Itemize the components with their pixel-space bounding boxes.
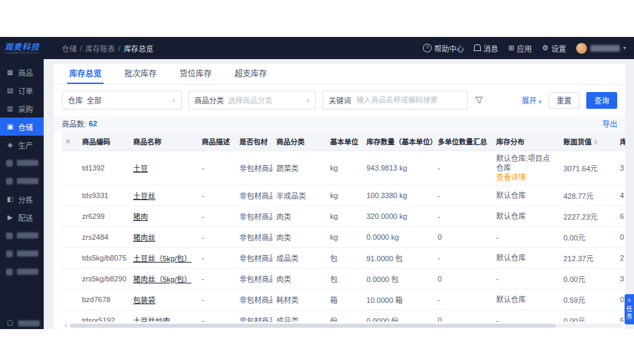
view-details-link[interactable]: 查看详情 <box>496 173 555 182</box>
category-select[interactable]: 商品分类 选择商品分类 ∨ <box>188 91 316 109</box>
avg-cost: 0 <box>616 289 625 310</box>
sidebar-item-production[interactable]: ◈生产 <box>0 136 44 154</box>
stock-distribution: - <box>492 269 559 289</box>
breadcrumb-item[interactable]: 仓储 <box>62 43 77 54</box>
table-row[interactable]: zr6299 猪肉 - 非包材商品 肉类 kg 320.0000 kg - 默认… <box>62 206 625 227</box>
sidebar-item-redacted[interactable] <box>0 226 44 244</box>
base-unit: kg <box>326 151 362 185</box>
product-name-link[interactable]: 猪肉丝 <box>133 234 155 242</box>
sidebar-item-redacted[interactable] <box>0 172 44 190</box>
col-book-value[interactable]: 账面货值 <box>559 132 616 151</box>
keyword-input[interactable] <box>355 95 462 105</box>
main-content: 库存总览批次库存货位库存超支库存 仓库 全部 ∨ 商品分类 选择商品分类 ∨ 关… <box>44 59 634 329</box>
tab-4[interactable]: 超支库存 <box>223 64 278 84</box>
sidebar-item-redacted[interactable] <box>0 263 44 281</box>
col-product-desc: 商品描述 <box>198 132 235 151</box>
packaging-type: 非包材商品 <box>235 289 272 310</box>
brand-logo[interactable]: 观麦科技 GUANMAITECHNOLOGY <box>0 40 48 56</box>
scroll-left-icon[interactable]: ‹ <box>62 322 70 329</box>
sidebar-item-goods[interactable]: ▦商品 <box>0 63 44 81</box>
table-viewport: ≡商品编码商品名称商品描述是否包材商品分类基本单位库存数量（基本单位）多单位数量… <box>62 132 625 329</box>
packaging-type: 非包材商品 <box>235 151 272 185</box>
col-stock-qty: 库存数量（基本单位） <box>362 132 434 151</box>
purchase-icon: ▥ <box>6 105 14 112</box>
apps-grid-icon: ⊞ <box>508 44 514 52</box>
sidebar-menu: ▦商品▤订单▥采购▣仓储◈生产◧分拣▶配送 <box>0 63 44 281</box>
messages-button[interactable]: 消息 <box>474 43 498 54</box>
sort-icon[interactable] <box>594 139 598 145</box>
user-menu[interactable]: ▾ <box>576 43 626 54</box>
tab-3[interactable]: 货位库存 <box>168 64 223 84</box>
scrollbar-track[interactable] <box>70 324 623 328</box>
panel-icon: ≡ <box>628 298 631 304</box>
product-name-link[interactable]: 土豆 <box>133 165 148 173</box>
stock-distribution: 默认仓库;项目点仓库查看详情 <box>492 151 559 185</box>
product-desc: - <box>198 269 235 289</box>
product-name-link[interactable]: 包装袋 <box>133 296 155 304</box>
avg-cost: 0 <box>616 227 625 248</box>
horizontal-scrollbar[interactable]: ‹ <box>62 322 625 329</box>
tab-1[interactable]: 库存总览 <box>58 64 113 84</box>
col-category: 商品分类 <box>272 132 326 151</box>
chevron-down-icon: ∨ <box>306 97 310 103</box>
product-category: 蔬菜类 <box>272 151 326 185</box>
sidebar-item-redacted[interactable] <box>0 154 44 172</box>
product-category: 耗材类 <box>272 289 326 310</box>
tab-2[interactable]: 批次库存 <box>113 64 168 84</box>
product-name-link[interactable]: 土豆丝 <box>133 192 155 200</box>
sidebar-item-orders[interactable]: ▤订单 <box>0 81 44 99</box>
base-unit: 包 <box>326 248 362 269</box>
sidebar-item-delivery[interactable]: ▶配送 <box>0 208 44 226</box>
product-name-link[interactable]: 土豆丝（5kg/包） <box>133 255 192 263</box>
sidebar-item-sorting[interactable]: ◧分拣 <box>0 190 44 208</box>
book-value: 428.77元 <box>559 185 616 206</box>
table-row[interactable]: bzd7678 包装袋 - 非包材商品 耗材类 箱 10.0000 箱 - 默认… <box>62 289 625 310</box>
column-settings-icon: ≡ <box>62 132 78 151</box>
expand-toggle[interactable]: 展开 ∨ <box>522 95 542 105</box>
col-avg-cost[interactable]: 库存均价 <box>616 132 625 151</box>
redacted-icon <box>6 160 13 167</box>
brand-subtitle: GUANMAITECHNOLOGY <box>5 52 30 54</box>
product-category: 肉类 <box>272 206 326 227</box>
redacted-label <box>17 232 38 238</box>
sidebar-item-label: 仓储 <box>18 122 33 132</box>
scrollbar-thumb[interactable] <box>70 324 556 328</box>
row-lead-cell <box>62 269 78 289</box>
product-desc: - <box>198 185 235 206</box>
sidebar-item-bottom-redacted[interactable]: ▢ <box>0 316 44 329</box>
breadcrumb-item[interactable]: 库存账表 <box>85 43 115 54</box>
sidebar-item-warehouse[interactable]: ▣仓储 <box>0 118 44 136</box>
packaging-type: 非包材商品 <box>235 206 272 227</box>
sidebar-item-redacted[interactable] <box>0 244 44 263</box>
breadcrumb-separator: / <box>80 44 82 52</box>
help-center-button[interactable]: ? 帮助中心 <box>423 43 464 54</box>
warehouse-select[interactable]: 仓库 全部 ∨ <box>62 91 182 109</box>
product-name-link[interactable]: 猪肉 <box>133 213 148 221</box>
redacted-label <box>17 160 38 166</box>
search-button[interactable]: 查询 <box>586 92 617 109</box>
product-count-label: 商品数: <box>62 118 86 129</box>
stock-quantity: 320.0000 kg <box>362 206 434 227</box>
row-lead-cell <box>62 151 78 185</box>
packaging-type: 非包材商品 <box>235 248 272 269</box>
table-row[interactable]: td1392 土豆 - 非包材商品 蔬菜类 kg 943.9813 kg - 默… <box>62 151 625 185</box>
breadcrumb-separator: / <box>118 44 120 52</box>
table-row[interactable]: tds9331 土豆丝 - 非包材商品 半成品类 kg 100.3380 kg … <box>62 185 625 206</box>
product-code: zr6299 <box>78 206 129 227</box>
table-row[interactable]: tds5kg/b8075 土豆丝（5kg/包） - 非包材商品 成品类 包 91… <box>62 248 625 269</box>
packaging-type: 非包材商品 <box>235 227 272 248</box>
reset-button[interactable]: 重置 <box>549 92 580 109</box>
keyword-search[interactable]: 关键词 <box>323 91 468 109</box>
apps-button[interactable]: ⊞ 应用 <box>508 43 532 54</box>
product-name-link[interactable]: 猪肉丝（5kg/包） <box>133 275 192 283</box>
task-panel-tab[interactable]: ≡ 任务 <box>625 294 634 324</box>
redacted-icon <box>6 269 13 275</box>
stock-quantity: 943.9813 kg <box>362 151 434 185</box>
export-link[interactable]: 导出 <box>602 118 617 129</box>
table-row[interactable]: zrs5kg/b8290 猪肉丝（5kg/包） - 非包材商品 肉类 包 0.0… <box>62 269 625 289</box>
sidebar-item-purchase[interactable]: ▥采购 <box>0 99 44 118</box>
settings-button[interactable]: ⚙ 设置 <box>542 43 566 54</box>
table-row[interactable]: zrs2484 猪肉丝 - 非包材商品 肉类 kg 0.0000 kg 0 - … <box>62 227 625 248</box>
filter-funnel-icon[interactable] <box>475 96 483 105</box>
row-lead-cell <box>62 289 78 310</box>
